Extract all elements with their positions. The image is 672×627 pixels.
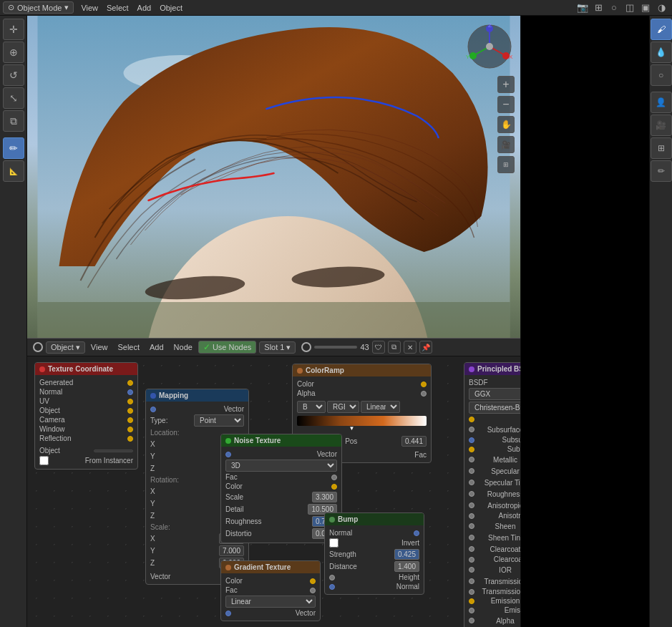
socket-vector-in[interactable] xyxy=(225,611,231,616)
socket-fac-out[interactable] xyxy=(310,588,316,593)
scale-tool[interactable]: ⤡ xyxy=(3,87,24,109)
cursor-tool[interactable]: ✛ xyxy=(3,19,24,40)
socket-window[interactable] xyxy=(127,427,133,432)
socket-normal[interactable] xyxy=(127,389,133,395)
mode-selector[interactable]: ⊙ Object Mode ▾ xyxy=(3,1,74,14)
interpolation-mode[interactable]: B xyxy=(297,401,326,413)
socket-base-color[interactable] xyxy=(469,417,474,422)
texture-coordinate-node[interactable]: Texture Coordinate Generated Normal UV xyxy=(34,362,138,470)
pan-btn[interactable]: ✋ xyxy=(497,116,515,133)
socket-sub-color[interactable] xyxy=(469,447,474,452)
render-icon[interactable]: ▣ xyxy=(638,1,653,14)
close-btn[interactable]: ✕ xyxy=(404,341,417,354)
layers-icon[interactable]: ◫ xyxy=(622,1,638,14)
zoom-in-btn[interactable]: + xyxy=(497,76,515,93)
transform-tool[interactable]: ⧉ xyxy=(3,110,24,132)
socket-color-out2[interactable] xyxy=(331,484,337,490)
socket-clearcoat[interactable] xyxy=(469,546,474,552)
color-ramp-bar[interactable] xyxy=(297,416,427,426)
slot-selector[interactable]: Slot 1 ▾ xyxy=(259,341,296,354)
paint-active-tool[interactable]: 🖌 xyxy=(651,19,672,40)
socket-alpha-out[interactable] xyxy=(421,391,427,397)
ne-menu-select[interactable]: Select xyxy=(113,341,144,353)
socket-generated[interactable] xyxy=(127,380,133,386)
socket-anisotropic[interactable] xyxy=(469,502,474,508)
principled-bsdf-node[interactable]: Principled BSDF BSDF GGX xyxy=(464,362,520,627)
use-nodes-toggle[interactable]: ✓ Use Nodes xyxy=(198,341,256,354)
droplet-tool[interactable]: 💧 xyxy=(651,42,672,63)
socket-sheen[interactable] xyxy=(469,523,474,529)
socket-reflection[interactable] xyxy=(127,436,133,442)
subsurface-dropdown[interactable]: Christensen-Burley xyxy=(469,402,520,414)
gradient-texture-node[interactable]: Gradient Texture Color Fac xyxy=(220,560,321,621)
socket-ior[interactable] xyxy=(469,567,474,573)
socket-cc-rough[interactable] xyxy=(469,557,474,563)
socket-roughness[interactable] xyxy=(469,491,474,497)
type-dropdown[interactable]: Linear xyxy=(225,596,316,608)
socket-emission[interactable] xyxy=(469,598,474,604)
dimension-dropdown[interactable]: 3D xyxy=(225,460,337,472)
socket-metallic[interactable] xyxy=(469,457,474,462)
socket-sub-radius[interactable] xyxy=(469,437,474,443)
rotate-tool[interactable]: ↺ xyxy=(3,64,24,86)
perspective-btn[interactable]: ⊞ xyxy=(497,156,515,173)
socket-camera[interactable] xyxy=(127,417,133,423)
copy-btn[interactable]: ⧉ xyxy=(388,341,401,354)
sphere-icon[interactable]: ○ xyxy=(606,1,622,14)
camera-view-btn[interactable]: 🎥 xyxy=(497,136,515,153)
grid-icon[interactable]: ⊞ xyxy=(590,1,606,14)
socket-in[interactable] xyxy=(225,452,231,457)
ease-mode[interactable]: Linear xyxy=(361,401,400,413)
camera-icon[interactable]: 📷 xyxy=(575,1,590,14)
socket-uv[interactable] xyxy=(127,399,133,404)
smooth-tool[interactable]: ○ xyxy=(651,64,672,86)
socket-spec-tint[interactable] xyxy=(469,480,474,485)
distance-field[interactable]: 1.400 xyxy=(394,561,419,572)
socket-emit-strength[interactable] xyxy=(469,608,474,613)
bump-node[interactable]: Bump Normal Invert xyxy=(324,512,424,595)
socket-normal-in[interactable] xyxy=(329,584,335,590)
menu-select[interactable]: Select xyxy=(102,2,133,14)
ne-menu-node[interactable]: Node xyxy=(170,341,197,353)
pencil-tool[interactable]: ✏ xyxy=(651,160,672,182)
socket-height-in[interactable] xyxy=(329,575,335,580)
object-selector[interactable]: Object ▾ xyxy=(46,341,85,354)
color-mode[interactable]: RGB xyxy=(327,401,359,413)
strength-field[interactable]: 0.425 xyxy=(394,549,419,560)
ne-menu-add[interactable]: Add xyxy=(145,341,168,353)
invert-check[interactable] xyxy=(329,538,339,548)
move-tool[interactable]: ⊕ xyxy=(3,42,24,63)
socket-normal-out[interactable] xyxy=(414,530,419,536)
shield-btn[interactable]: 🛡 xyxy=(372,341,385,354)
socket-trans-rough[interactable] xyxy=(469,589,474,595)
menu-add[interactable]: Add xyxy=(133,2,156,14)
from-instancer-check[interactable] xyxy=(39,456,49,465)
menu-view[interactable]: View xyxy=(77,2,102,14)
pin-btn[interactable]: 📌 xyxy=(419,341,432,354)
socket-subsurface[interactable] xyxy=(469,427,474,432)
grid-tool[interactable]: ⊞ xyxy=(651,137,672,159)
socket-vector-in[interactable] xyxy=(150,407,156,412)
scale-y[interactable]: 7.000 xyxy=(219,545,244,556)
socket-sheen-tint[interactable] xyxy=(469,535,474,540)
camera-tool[interactable]: 🎥 xyxy=(651,115,672,136)
socket-color-out[interactable] xyxy=(421,381,427,387)
person-tool[interactable]: 👤 xyxy=(651,92,672,113)
zoom-out-btn[interactable]: − xyxy=(497,96,515,113)
ne-menu-view[interactable]: View xyxy=(87,341,112,353)
socket-aniso-rot[interactable] xyxy=(469,513,474,519)
socket-specular[interactable] xyxy=(469,468,474,474)
measure-tool[interactable]: 📐 xyxy=(3,160,24,182)
socket-color-out[interactable] xyxy=(310,578,316,584)
scale-field[interactable]: 3.300 xyxy=(312,492,337,502)
pos2-value[interactable]: 0.441 xyxy=(401,436,427,447)
shading-icon[interactable]: ◑ xyxy=(653,1,669,14)
node-canvas[interactable]: Texture Coordinate Generated Normal UV xyxy=(27,356,520,627)
annotate-tool[interactable]: ✏ xyxy=(3,137,24,159)
object-field[interactable] xyxy=(94,449,133,452)
type-dropdown[interactable]: Point xyxy=(194,414,244,427)
menu-object[interactable]: Object xyxy=(155,2,187,14)
socket-object[interactable] xyxy=(127,408,133,414)
distribution-dropdown[interactable]: GGX xyxy=(469,388,520,400)
socket-fac-out[interactable] xyxy=(331,475,337,480)
